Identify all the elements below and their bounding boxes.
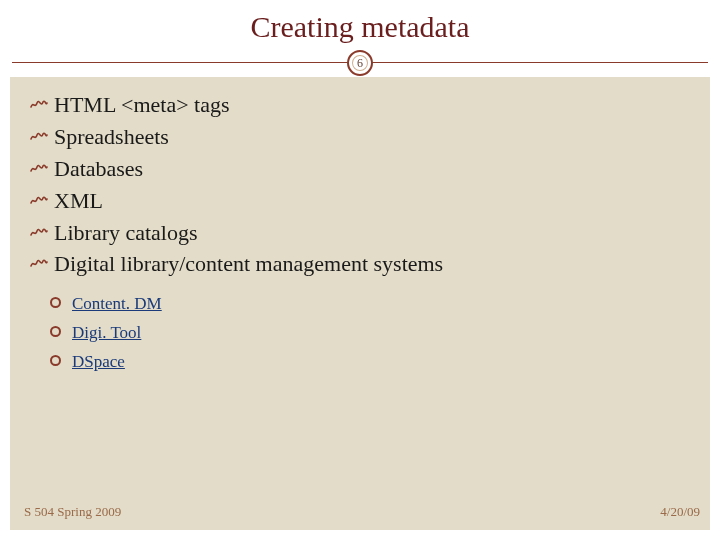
content-area: HTML <meta> tags Spreadsheets Databases …: [10, 77, 710, 530]
scribble-bullet-icon: [30, 161, 48, 175]
list-item-text: Spreadsheets: [54, 124, 169, 149]
list-item: Spreadsheets: [30, 121, 690, 153]
scribble-bullet-icon: [30, 97, 48, 111]
footer-left: S 504 Spring 2009: [24, 504, 121, 520]
footer-right: 4/20/09: [660, 504, 700, 520]
list-item: Databases: [30, 153, 690, 185]
list-item-text: XML: [54, 188, 103, 213]
sub-list: Content. DM Digi. Tool DSpace: [50, 290, 690, 377]
list-item: Library catalogs: [30, 217, 690, 249]
sub-list-item: DSpace: [50, 348, 690, 377]
list-item-text: Digital library/content management syste…: [54, 251, 443, 276]
list-item-text: Library catalogs: [54, 220, 198, 245]
list-item-text: Databases: [54, 156, 143, 181]
scribble-bullet-icon: [30, 129, 48, 143]
scribble-bullet-icon: [30, 193, 48, 207]
link-dspace[interactable]: DSpace: [72, 352, 125, 371]
slide-title: Creating metadata: [0, 10, 720, 44]
title-area: Creating metadata: [0, 0, 720, 52]
circle-bullet-icon: [50, 297, 61, 308]
page-number-badge: 6: [347, 50, 373, 76]
circle-bullet-icon: [50, 355, 61, 366]
link-contentdm[interactable]: Content. DM: [72, 294, 162, 313]
scribble-bullet-icon: [30, 256, 48, 270]
list-item-text: HTML <meta> tags: [54, 92, 230, 117]
bullet-list: HTML <meta> tags Spreadsheets Databases …: [30, 89, 690, 280]
page-number: 6: [357, 56, 363, 71]
circle-bullet-icon: [50, 326, 61, 337]
scribble-bullet-icon: [30, 225, 48, 239]
list-item: HTML <meta> tags: [30, 89, 690, 121]
link-digitool[interactable]: Digi. Tool: [72, 323, 141, 342]
footer: S 504 Spring 2009 4/20/09: [10, 504, 710, 520]
sub-list-item: Content. DM: [50, 290, 690, 319]
list-item: XML: [30, 185, 690, 217]
sub-list-item: Digi. Tool: [50, 319, 690, 348]
list-item: Digital library/content management syste…: [30, 248, 690, 280]
slide: Creating metadata 6 HTML <meta> tags Spr…: [0, 0, 720, 540]
